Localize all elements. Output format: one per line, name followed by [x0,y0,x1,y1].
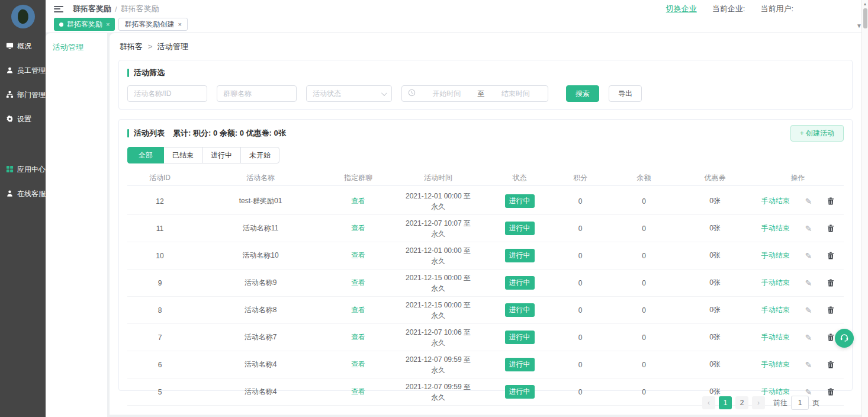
view-group-link[interactable]: 查看 [351,197,365,205]
manual-end-link[interactable]: 手动结束 [761,223,790,233]
cell-coupons: 0张 [678,305,752,315]
sidebar-item-label: 员工管理 [17,66,46,76]
view-group-link[interactable]: 查看 [351,251,365,259]
delete-icon[interactable] [827,333,834,341]
tab-ended[interactable]: 已结束 [163,147,202,163]
clock-icon [408,89,416,98]
cell-coupons: 0张 [678,332,752,342]
section-accent-bar [127,69,129,77]
col-balance: 余额 [610,173,678,183]
sidebar-item-label: 设置 [17,114,31,124]
manual-end-link[interactable]: 手动结束 [761,332,790,342]
activity-status-select[interactable]: 活动状态 [306,85,392,102]
goto-page-input[interactable] [791,396,809,410]
cell-activity-id: 7 [127,333,192,342]
manual-end-link[interactable]: 手动结束 [761,360,790,370]
status-badge: 进行中 [505,249,535,262]
delete-icon[interactable] [827,252,834,259]
cell-coupons: 0张 [678,360,752,370]
scrollbar[interactable]: ▲ [861,0,868,417]
tab-label: 群拓客奖励 [67,20,102,30]
scroll-up-arrow-icon[interactable]: ▲ [862,0,868,6]
sidebar-item-online-service[interactable]: 在线客服 [0,182,46,206]
sidebar-item-app-center[interactable]: 应用中心 [0,158,46,182]
cell-activity-name: 活动名称8 [192,305,329,315]
activity-list-card: 活动列表 累计: 积分: 0 余额: 0 优惠卷: 0张 + 创建活动 全部 已… [118,119,853,391]
delete-icon[interactable] [827,224,834,232]
manual-end-link[interactable]: 手动结束 [761,278,790,288]
create-activity-button[interactable]: + 创建活动 [790,125,844,142]
cell-activity-id: 8 [127,306,192,315]
cell-balance: 0 [610,279,678,287]
service-person-icon [6,190,14,199]
submenu-item-activity-management[interactable]: 活动管理 [53,42,107,53]
delete-icon[interactable] [827,361,834,368]
page-button-2[interactable]: 2 [735,396,748,409]
cell-activity-name: 活动名称10 [192,251,329,261]
sidebar-item-overview[interactable]: 概况 [0,34,46,59]
cell-activity-id: 11 [127,224,192,233]
edit-icon[interactable]: ✎ [805,197,812,206]
cell-coupons: 0张 [678,278,752,288]
edit-icon[interactable]: ✎ [805,360,812,370]
cell-points: 0 [551,306,610,315]
cell-activity-time: 2021-12-07 10:07 至 永久 [388,218,488,239]
manual-end-link[interactable]: 手动结束 [761,251,790,261]
edit-icon[interactable]: ✎ [805,278,812,288]
view-group-link[interactable]: 查看 [351,224,365,232]
cell-activity-id: 6 [127,361,192,369]
table-row: 6 活动名称4 查看 2021-12-07 09:59 至 永久 进行中 0 [127,351,844,378]
view-group-link[interactable]: 查看 [351,306,365,314]
table-header-row: 活动ID 活动名称 指定群聊 活动时间 状态 积分 余额 优惠券 操作 [127,171,844,186]
edit-icon[interactable]: ✎ [805,251,812,261]
table-row: 12 test-群奖励01 查看 2021-12-01 00:00 至 永久 进… [127,188,844,215]
scrollbar-thumb[interactable] [863,8,867,28]
tab-group-reward[interactable]: 群拓客奖励 × [54,18,115,31]
close-icon[interactable]: × [106,21,110,28]
tab-all[interactable]: 全部 [127,147,164,163]
delete-icon[interactable] [827,197,834,205]
view-group-link[interactable]: 查看 [351,360,365,368]
cell-points: 0 [551,252,610,260]
cell-balance: 0 [610,252,678,260]
col-target-group: 指定群聊 [329,173,388,183]
company-logo[interactable] [11,5,35,28]
delete-icon[interactable] [827,279,834,287]
edit-icon[interactable]: ✎ [805,333,812,342]
tab-in-progress[interactable]: 进行中 [202,147,241,163]
next-page-button[interactable]: › [752,396,765,409]
manual-end-link[interactable]: 手动结束 [761,196,790,206]
sidebar-item-employees[interactable]: 员工管理 [0,59,46,83]
goto-label: 前往 [773,398,787,408]
customer-service-button[interactable] [835,329,854,348]
export-button[interactable]: 导出 [609,85,642,102]
collapse-menu-icon[interactable] [54,6,63,12]
search-button[interactable]: 搜索 [566,85,599,102]
group-name-input[interactable] [217,85,297,102]
view-group-link[interactable]: 查看 [351,333,365,341]
page-button-1[interactable]: 1 [719,396,732,409]
close-icon[interactable]: × [178,21,181,28]
edit-icon[interactable]: ✎ [805,306,812,315]
secondary-sidebar: 活动管理 [46,33,107,417]
sidebar-item-settings[interactable]: 设置 [0,107,46,131]
tab-group-reward-create[interactable]: 群拓客奖励创建 × [118,18,187,31]
prev-page-button[interactable]: ‹ [702,396,715,409]
switch-company-link[interactable]: 切换企业 [666,4,697,14]
cell-activity-name: 活动名称9 [192,278,329,288]
date-range-picker[interactable]: 开始时间 至 结束时间 [401,85,548,102]
sidebar-item-label: 在线客服 [17,189,46,199]
manual-end-link[interactable]: 手动结束 [761,305,790,315]
activity-name-input[interactable] [127,85,207,102]
breadcrumb-separator: / [115,5,117,14]
cell-activity-name: 活动名称7 [192,332,329,342]
cell-points: 0 [551,224,610,233]
view-group-link[interactable]: 查看 [351,278,365,287]
cell-coupons: 0张 [678,251,752,261]
cell-points: 0 [551,333,610,342]
active-dot-icon [59,23,63,27]
delete-icon[interactable] [827,306,834,314]
tab-not-started[interactable]: 未开始 [240,147,279,163]
sidebar-item-departments[interactable]: 部门管理 [0,83,46,107]
edit-icon[interactable]: ✎ [805,224,812,233]
